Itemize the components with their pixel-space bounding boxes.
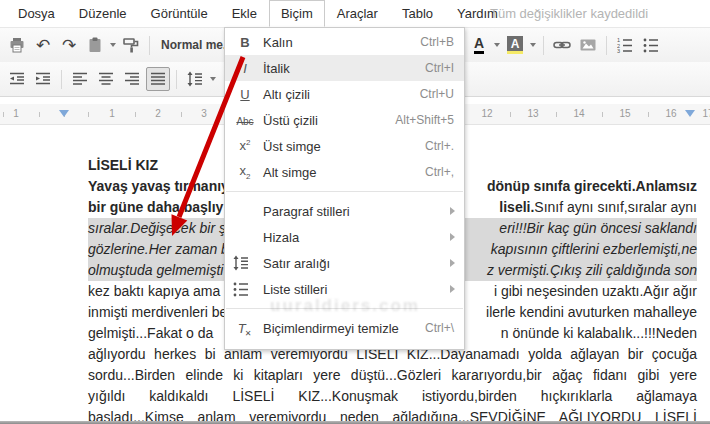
- menu-item-araclar[interactable]: Araçlar: [325, 0, 390, 27]
- regular-fragment: Sınıf aynı sınıf,sıralar aynı: [534, 199, 697, 215]
- line-left-fragment: gözlerine.Her zaman b: [88, 239, 229, 260]
- bold-icon: B: [233, 35, 257, 50]
- redo-icon[interactable]: ↷: [57, 33, 81, 57]
- dropdown-caret[interactable]: [530, 43, 536, 47]
- document-line: sordu...Birden elinde ki kitapları yere …: [88, 365, 697, 386]
- align-right-icon[interactable]: [120, 67, 144, 91]
- paint-format-icon[interactable]: [119, 33, 143, 57]
- undo-icon[interactable]: ↶: [31, 33, 55, 57]
- bullet-list-icon[interactable]: [639, 33, 663, 57]
- ruler-number: 16: [665, 108, 676, 119]
- dropdown-caret[interactable]: [110, 43, 116, 47]
- menu-item-label: Altı çizili: [263, 87, 310, 102]
- line-left-fragment: gelmişti...Fakat o da: [88, 323, 213, 344]
- line-right-fragment: i gibi neşesinden uzaktı.Ağır ağır: [494, 281, 697, 302]
- menu-item-label: Kalın: [263, 35, 293, 50]
- outdent-icon[interactable]: [5, 67, 29, 91]
- format-menu-item-align[interactable]: Hizala: [225, 224, 464, 250]
- shortcut-label: Ctrl+\: [425, 321, 454, 335]
- ruler-tick: [510, 112, 511, 117]
- submenu-arrow-icon: [450, 207, 455, 215]
- ruler-number: 14: [573, 108, 584, 119]
- format-menu-item-subscript[interactable]: x2Alt simgeCtrl+,: [225, 159, 464, 185]
- format-menu-item-paragraph-styles[interactable]: Paragraf stilleri: [225, 198, 464, 224]
- submenu-arrow-icon: [450, 233, 455, 241]
- align-center-icon[interactable]: [94, 67, 118, 91]
- dropdown-caret[interactable]: [494, 43, 500, 47]
- format-menu: BKalınCtrl+BIİtalikCtrl+IUAltı çiziliCtr…: [224, 27, 465, 350]
- format-menu-item-line-spacing[interactable]: Satır aralığı: [225, 250, 464, 276]
- menu-item-label: Paragraf stilleri: [263, 204, 350, 219]
- list-styles-icon: [233, 281, 257, 297]
- menu-item-goruntule[interactable]: Görüntüle: [139, 0, 220, 27]
- menu-item-dosya[interactable]: Dosya: [6, 0, 67, 27]
- image-icon[interactable]: [576, 33, 600, 57]
- underline-icon: U: [233, 87, 257, 102]
- line-right-fragment: eri!!!Bir kaç gün öncesi saklandı: [499, 218, 697, 239]
- format-menu-item-clear-formatting[interactable]: T✕Biçimlendirmeyi temizleCtrl+\: [225, 315, 464, 341]
- italic-icon: I: [233, 61, 257, 76]
- format-menu-item-underline[interactable]: UAltı çiziliCtrl+U: [225, 81, 464, 107]
- print-icon[interactable]: [5, 33, 29, 57]
- format-menu-item-italic[interactable]: IİtalikCtrl+I: [225, 55, 464, 81]
- format-menu-item-superscript[interactable]: x2Üst simgeCtrl+.: [225, 133, 464, 159]
- line-spacing-icon[interactable]: [183, 67, 207, 91]
- menu-item-ekle[interactable]: Ekle: [220, 0, 269, 27]
- line-right-fragment: dönüp sınıfa girecekti.Anlamsız: [487, 176, 697, 197]
- ruler-tick: [39, 112, 40, 117]
- indent-marker[interactable]: [685, 110, 695, 117]
- format-menu-item-list-styles[interactable]: Liste stilleri: [225, 276, 464, 302]
- ruler-number: 3: [201, 108, 207, 119]
- ruler-tick: [556, 112, 557, 117]
- line-left-fragment: Yavaş yavaş tırmanıy: [88, 176, 229, 197]
- shortcut-label: Ctrl+I: [425, 61, 454, 75]
- menu-item-label: Liste stilleri: [263, 282, 327, 297]
- ruler-number: 13: [527, 108, 538, 119]
- dropdown-caret[interactable]: [210, 77, 216, 81]
- format-menu-item-strikethrough[interactable]: AbcÜstü çiziliAlt+Shift+5: [225, 107, 464, 133]
- line-right-fragment: kapısının çiftlerini ezberlemişti,ne: [491, 239, 697, 260]
- shortcut-label: Ctrl+B: [420, 35, 454, 49]
- toolbar-separator: [176, 70, 177, 89]
- line-left-fragment: bir güne daha başlıy: [88, 197, 223, 218]
- document-line: yığıldı kaldıkaldı LİSELİ KIZ...Konuşmak…: [88, 386, 697, 407]
- menu-item-label: Hizala: [263, 230, 299, 245]
- line-right-fragment: z vermişti.Çıkış zili çaldığında son: [487, 260, 697, 281]
- svg-text:3: 3: [617, 48, 620, 53]
- indent-marker[interactable]: [59, 110, 69, 117]
- paragraph-style-selector[interactable]: Normal me...: [161, 38, 233, 52]
- ruler-number: 2: [155, 108, 161, 119]
- toolbar-left-group: ↶↷Normal me...: [4, 28, 233, 62]
- ruler-number: 12: [481, 108, 492, 119]
- menu-item-label: İtalik: [263, 61, 290, 76]
- ruler-number: 15: [619, 108, 630, 119]
- link-icon[interactable]: [550, 33, 574, 57]
- ruler-tick: [135, 112, 136, 117]
- shortcut-label: Ctrl+.: [425, 139, 454, 153]
- indent-icon[interactable]: [31, 67, 55, 91]
- bold-fragment: liseli.: [499, 199, 534, 215]
- ruler-tick: [88, 112, 89, 117]
- numbered-list-icon[interactable]: 123: [613, 33, 637, 57]
- web-clipboard-icon[interactable]: [83, 33, 107, 57]
- menu-item-bicim[interactable]: Biçim: [269, 0, 325, 27]
- shortcut-label: Alt+Shift+5: [395, 113, 454, 127]
- line-right-fragment: liseli.Sınıf aynı sınıf,sıralar aynı: [499, 197, 697, 218]
- shortcut-label: Ctrl+,: [425, 165, 454, 179]
- align-left-icon[interactable]: [68, 67, 92, 91]
- strikethrough-icon: Abc: [233, 113, 257, 128]
- format-menu-item-bold[interactable]: BKalınCtrl+B: [225, 29, 464, 55]
- ruler-number: 1: [109, 108, 115, 119]
- ruler-number: 1: [13, 108, 19, 119]
- line-left-fragment: inmişti merdivenleri belk: [88, 302, 237, 323]
- menu-item-duzenle[interactable]: Düzenle: [67, 0, 139, 27]
- menu-item-label: Alt simge: [263, 165, 316, 180]
- line-left-fragment: olmuştuda gelmemişti S: [88, 260, 237, 281]
- menu-bar: DosyaDüzenleGörüntüleEkleBiçimAraçlarTab…: [0, 0, 710, 27]
- text-color-icon[interactable]: A: [467, 33, 491, 57]
- align-justify-icon[interactable]: [146, 67, 170, 91]
- line-right-fragment: n önünde ki kalabalık...!!!Neden: [501, 323, 697, 344]
- menu-item-tablo[interactable]: Tablo: [390, 0, 445, 27]
- ruler-tick: [181, 112, 182, 117]
- highlight-color-icon[interactable]: A: [503, 33, 527, 57]
